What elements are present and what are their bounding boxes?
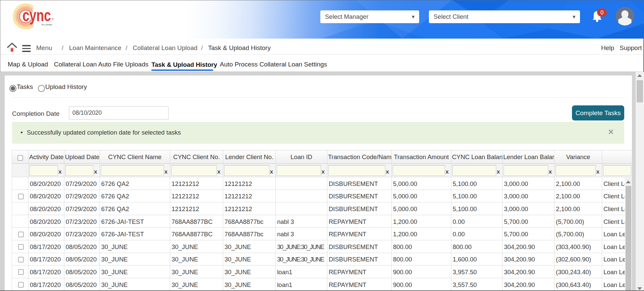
svg-text:®: ® (52, 17, 54, 21)
svg-text:It's Smart: It's Smart (42, 23, 52, 26)
svg-text:cync: cync (22, 6, 51, 25)
